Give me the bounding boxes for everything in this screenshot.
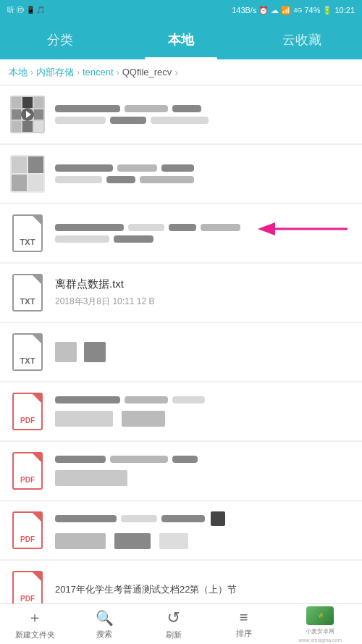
breadcrumb-sep-2: › [77,67,80,78]
file-icon-pdf: PDF [10,451,45,491]
watermark-area: 🌾 小麦安卓网 www.xmsigma.com [279,606,362,643]
list-item[interactable]: PDF [0,382,362,440]
toolbar-sort[interactable]: ≡ 排序 [209,609,278,639]
list-item[interactable]: PDF [0,442,362,500]
refresh-icon: ↻ [167,609,180,627]
current-time: 10:21 [334,6,355,14]
file-info [55,396,352,427]
toolbar-new-folder[interactable]: ＋ 新建文件夹 [0,608,70,640]
file-icon-txt-highlighted: TXT [10,272,45,313]
toolbar-label-refresh: 刷新 [166,630,182,640]
watermark-url: www.xmsigma.com [298,637,342,643]
file-info [55,105,352,124]
breadcrumb-storage[interactable]: 内部存储 [36,66,74,79]
list-item[interactable]: PDF 2017年化学生考普通测试文档22第（上）节 [0,561,362,603]
list-item[interactable]: TXT [0,323,362,381]
tab-cloud[interactable]: 云收藏 [241,20,362,59]
file-icon-pdf: PDF [10,569,45,603]
toolbar-label-new-folder: 新建文件夹 [15,630,55,640]
file-info [55,342,352,362]
tab-local[interactable]: 本地 [121,20,242,59]
network-speed: 143B/s [232,6,256,14]
list-item[interactable]: TXT [0,204,362,262]
breadcrumb-sep-3: › [117,67,119,78]
list-item[interactable]: PDF [0,501,362,559]
list-item-highlighted[interactable]: TXT 离群点数据.txt 2018年3月8日 10:11 12 B [0,264,362,322]
battery-level: 74% [304,6,320,14]
search-icon: 🔍 [96,609,114,627]
sort-icon: ≡ [240,609,248,626]
file-icon-pdf: PDF [10,510,45,551]
play-button-overlay [21,108,34,121]
file-name: 离群点数据.txt [55,277,352,291]
list-item[interactable] [0,85,362,143]
file-name-partial: 2017年化学生考普通测试文档22第（上）节 [55,583,352,596]
watermark-logo: 🌾 [306,606,334,625]
breadcrumb-chevron: › [174,67,178,78]
toolbar-label-search: 搜索 [96,629,112,640]
toolbar-refresh[interactable]: ↻ 刷新 [139,609,209,640]
file-info [55,456,352,486]
watermark-site: 小麦安卓网 [306,627,334,635]
status-right-info: 143B/s ⏰ ☁ 📶 4G 74% 🔋 10:21 [232,6,355,15]
file-info: 2017年化学生考普通测试文档22第（上）节 [55,583,352,596]
breadcrumb-tencent[interactable]: tencent [83,67,114,78]
battery-icon: 🔋 [322,6,332,15]
wifi-icon: 📶 [281,6,291,15]
toolbar-label-sort: 排序 [236,628,252,639]
breadcrumb-sep-1: › [30,67,33,78]
tab-bar: 分类 本地 云收藏 [0,20,362,59]
toolbar-search[interactable]: 🔍 搜索 [70,609,139,640]
breadcrumb-current: QQfile_recv [122,67,172,78]
file-icon-image [10,154,45,194]
app-icons: 听 ⓜ 📱 🎵 [7,5,45,15]
breadcrumb: 本地 › 内部存储 › tencent › QQfile_recv › [0,59,362,85]
cloud-icon: ☁ [271,6,279,15]
status-bar: 听 ⓜ 📱 🎵 143B/s ⏰ ☁ 📶 4G 74% 🔋 10:21 [0,0,362,20]
file-icon-media [10,94,45,135]
breadcrumb-local[interactable]: 本地 [9,66,28,79]
file-info [55,511,352,549]
file-icon-txt: TXT [10,332,45,372]
time-icon: ⏰ [258,6,269,15]
file-icon-pdf: PDF [10,391,45,432]
file-info-highlighted: 离群点数据.txt 2018年3月8日 10:11 12 B [55,277,352,308]
bottom-toolbar: ＋ 新建文件夹 🔍 搜索 ↻ 刷新 ≡ 排序 🌾 小麦安卓网 www.xmsig… [0,603,362,644]
plus-icon: ＋ [28,608,42,627]
list-item[interactable] [0,145,362,203]
status-left-icons: 听 ⓜ 📱 🎵 [7,5,45,15]
file-meta: 2018年3月8日 10:11 12 B [55,296,352,308]
file-icon-txt: TXT [10,213,45,254]
file-list: TXT TXT 离群点数据.txt 2018年3月8日 10:11 12 [0,85,362,603]
tab-classify[interactable]: 分类 [0,20,121,59]
file-info [55,224,352,243]
file-info [55,164,352,183]
network-type: 4G [293,7,302,14]
